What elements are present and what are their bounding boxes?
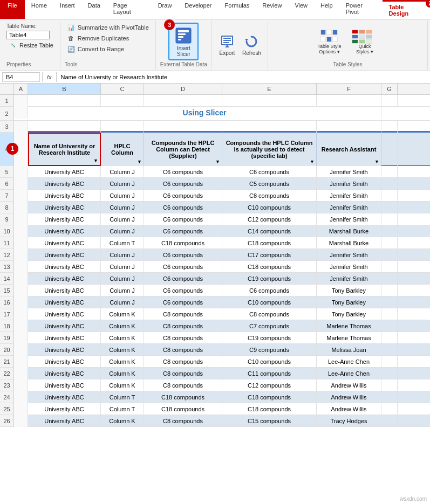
row-header-19[interactable]: 19 xyxy=(0,332,14,344)
cell-c25[interactable]: Column T xyxy=(101,403,144,415)
table-name-input[interactable] xyxy=(6,31,50,39)
cell-b22[interactable]: University ABC xyxy=(28,368,101,379)
cell-a2[interactable] xyxy=(14,107,28,119)
cell-c12[interactable]: Column J xyxy=(101,249,144,261)
cell-g23[interactable] xyxy=(381,379,398,391)
cell-a9[interactable] xyxy=(14,213,28,225)
cell-d18[interactable]: C8 compounds xyxy=(144,320,222,332)
cell-e5[interactable]: C6 compounds xyxy=(222,166,317,178)
cell-b2-title[interactable]: Using Slicer xyxy=(28,107,381,119)
row-header-26[interactable]: 26 xyxy=(0,415,14,427)
row-header-17[interactable]: 17 xyxy=(0,308,14,320)
cell-b21[interactable]: University ABC xyxy=(28,356,101,368)
tab-home[interactable]: Home xyxy=(25,0,53,19)
cell-d14[interactable]: C6 compounds xyxy=(144,273,222,285)
cell-g1[interactable] xyxy=(381,95,398,107)
tab-page-layout[interactable]: Page Layout xyxy=(107,0,152,19)
cell-a7[interactable] xyxy=(14,190,28,202)
row-header-10[interactable]: 10 xyxy=(0,225,14,237)
formula-input[interactable] xyxy=(59,73,428,81)
remove-duplicates-button[interactable]: 🗑 Remove Duplicates xyxy=(65,33,131,43)
cell-f9[interactable]: Jennifer Smith xyxy=(317,213,381,225)
cell-d24[interactable]: C18 compounds xyxy=(144,391,222,403)
tab-insert[interactable]: Insert xyxy=(53,0,81,19)
cell-b17[interactable]: University ABC xyxy=(28,308,101,320)
cell-d21[interactable]: C8 compounds xyxy=(144,356,222,368)
cell-e6[interactable]: C5 compounds xyxy=(222,178,317,190)
cell-g25[interactable] xyxy=(381,403,398,415)
row-header-14[interactable]: 14 xyxy=(0,273,14,285)
cell-f18[interactable]: Marlene Thomas xyxy=(317,320,381,332)
cell-e9[interactable]: C12 compounds xyxy=(222,213,317,225)
cell-b23[interactable]: University ABC xyxy=(28,379,101,391)
cell-a19[interactable] xyxy=(14,332,28,344)
cell-f25[interactable]: Andrew Willis xyxy=(317,403,381,415)
cell-a5[interactable] xyxy=(14,166,28,178)
row-header-9[interactable]: 9 xyxy=(0,213,14,225)
tab-help[interactable]: Help xyxy=(314,0,339,19)
col-header-f[interactable]: F xyxy=(317,84,381,94)
cell-b1[interactable] xyxy=(28,95,101,107)
cell-c11[interactable]: Column T xyxy=(101,237,144,249)
cell-b24[interactable]: University ABC xyxy=(28,391,101,403)
tab-view[interactable]: View xyxy=(288,0,314,19)
tab-formulas[interactable]: Formulas xyxy=(218,0,256,19)
tab-review[interactable]: Review xyxy=(256,0,288,19)
cell-a3[interactable] xyxy=(14,121,28,133)
cell-c6[interactable]: Column J xyxy=(101,178,144,190)
cell-c20[interactable]: Column K xyxy=(101,344,144,356)
cell-b19[interactable]: University ABC xyxy=(28,332,101,344)
cell-g6[interactable] xyxy=(381,178,398,190)
export-button[interactable]: Export xyxy=(216,32,238,57)
cell-b10[interactable]: University ABC xyxy=(28,225,101,237)
col-header-a[interactable]: A xyxy=(14,84,28,94)
cell-c15[interactable]: Column J xyxy=(101,285,144,296)
cell-b9[interactable]: University ABC xyxy=(28,213,101,225)
tab-file[interactable]: File xyxy=(0,0,25,19)
cell-g21[interactable] xyxy=(381,356,398,368)
cell-d22[interactable]: C8 compounds xyxy=(144,368,222,379)
cell-c3[interactable] xyxy=(101,121,144,133)
cell-a1[interactable] xyxy=(14,95,28,107)
col-header-g[interactable]: G xyxy=(381,84,398,94)
cell-d20[interactable]: C8 compounds xyxy=(144,344,222,356)
cell-g3[interactable] xyxy=(381,121,398,133)
cell-f23[interactable]: Andrew Willis xyxy=(317,379,381,391)
resize-table-button[interactable]: ⤡ Resize Table xyxy=(6,40,56,50)
cell-f5[interactable]: Jennifer Smith xyxy=(317,166,381,178)
cell-c17[interactable]: Column K xyxy=(101,308,144,320)
quick-styles-button[interactable]: QuickStyles ▾ xyxy=(349,27,381,56)
col-header-e[interactable]: E xyxy=(222,84,317,94)
col-header-c[interactable]: C xyxy=(101,84,144,94)
cell-e8[interactable]: C10 compounds xyxy=(222,202,317,213)
cell-d3[interactable] xyxy=(144,121,222,133)
cell-e24[interactable]: C18 compounds xyxy=(222,391,317,403)
tab-data[interactable]: Data xyxy=(81,0,107,19)
row-header-22[interactable]: 22 xyxy=(0,368,14,379)
cell-g11[interactable] xyxy=(381,237,398,249)
cell-c13[interactable]: Column J xyxy=(101,261,144,273)
cell-e7[interactable]: C8 compounds xyxy=(222,190,317,202)
cell-c9[interactable]: Column J xyxy=(101,213,144,225)
cell-g7[interactable] xyxy=(381,190,398,202)
cell-a8[interactable] xyxy=(14,202,28,213)
row-header-12[interactable]: 12 xyxy=(0,249,14,261)
cell-f19[interactable]: Marlene Thomas xyxy=(317,332,381,344)
row-header-25[interactable]: 25 xyxy=(0,403,14,415)
cell-e23[interactable]: C12 compounds xyxy=(222,379,317,391)
cell-a17[interactable] xyxy=(14,308,28,320)
cell-f24[interactable]: Andrew Willis xyxy=(317,391,381,403)
cell-c5[interactable]: Column J xyxy=(101,166,144,178)
cell-e11[interactable]: C18 compounds xyxy=(222,237,317,249)
name-box[interactable] xyxy=(2,72,40,82)
cell-d15[interactable]: C6 compounds xyxy=(144,285,222,296)
cell-c26[interactable]: Column K xyxy=(101,415,144,427)
cell-b5[interactable]: University ABC xyxy=(28,166,101,178)
cell-e17[interactable]: C8 compounds xyxy=(222,308,317,320)
cell-e3[interactable] xyxy=(222,121,317,133)
cell-a23[interactable] xyxy=(14,379,28,391)
cell-a22[interactable] xyxy=(14,368,28,379)
cell-f11[interactable]: Marshall Burke xyxy=(317,237,381,249)
cell-c1[interactable] xyxy=(101,95,144,107)
cell-b14[interactable]: University ABC xyxy=(28,273,101,285)
